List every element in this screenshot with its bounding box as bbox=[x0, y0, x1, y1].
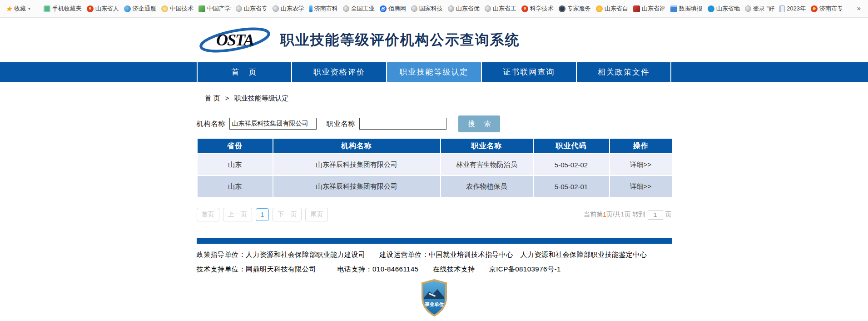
last-page-button[interactable]: 尾页 bbox=[305, 208, 328, 221]
bookmark-label: 科学技术 bbox=[530, 5, 554, 13]
org-name-label: 机构名称 bbox=[197, 120, 226, 128]
bookmark-label: 全国工业 bbox=[351, 5, 375, 13]
bookmark-item[interactable]: 山东省人 bbox=[87, 5, 119, 13]
bookmark-label: 山东农学 bbox=[281, 5, 304, 13]
nav-item-certificate[interactable]: 证书联网查询 bbox=[481, 62, 576, 82]
bookmark-item[interactable]: 中国产学 bbox=[198, 5, 231, 13]
table-header-row: 省份机构名称职业名称职业代码操作 bbox=[197, 138, 672, 154]
bookmark-item[interactable]: 专家服务 bbox=[559, 5, 591, 13]
prev-page-button[interactable]: 上一页 bbox=[223, 208, 252, 221]
badge-container: 事业单位 bbox=[197, 279, 672, 316]
goto-page-input[interactable] bbox=[648, 210, 663, 220]
emblem-red-icon bbox=[521, 5, 528, 12]
nav-item-qualification[interactable]: 职业资格评价 bbox=[291, 62, 386, 82]
bookmark-label: 中国技术 bbox=[170, 5, 193, 13]
globe-icon bbox=[411, 5, 417, 12]
bookmark-label: 济南市科 bbox=[314, 5, 338, 13]
bookmark-label: 中国产学 bbox=[207, 5, 231, 13]
bookmark-item[interactable]: 中国技术 bbox=[161, 5, 193, 13]
emblem-gold-icon bbox=[811, 5, 818, 12]
tower-blue-icon bbox=[309, 5, 312, 12]
breadcrumb: 首 页 > 职业技能等级认定 bbox=[205, 94, 672, 103]
results-table: 省份机构名称职业名称职业代码操作 山东山东祥辰科技集团有限公司林业有害生物防治员… bbox=[197, 138, 673, 198]
footer-line-1: 政策指导单位：人力资源和社会保障部职业能力建设司 建设运营单位：中国就业培训技术… bbox=[197, 251, 672, 259]
job-name-label: 职业名称 bbox=[327, 120, 356, 128]
bookmark-item[interactable]: 济南市专 bbox=[811, 5, 843, 13]
site-header: OSTA 职业技能等级评价机构公示查询系统 bbox=[0, 18, 868, 62]
bookmark-item[interactable]: 佰腾网 bbox=[380, 5, 406, 13]
breadcrumb-current: 职业技能等级认定 bbox=[234, 94, 289, 102]
notebook-icon bbox=[779, 5, 785, 12]
table-cell: 山东祥辰科技集团有限公司 bbox=[273, 154, 441, 176]
bookmark-item[interactable]: 山东省地 bbox=[708, 5, 740, 13]
column-header: 职业代码 bbox=[533, 138, 610, 154]
leaf-green-icon bbox=[198, 5, 205, 12]
divider bbox=[37, 5, 37, 13]
pagination-status: 当前第 1 页/共1页 转到 页 bbox=[584, 210, 671, 220]
breadcrumb-home-link[interactable]: 首 页 bbox=[205, 94, 220, 102]
org-name-input[interactable] bbox=[229, 118, 317, 130]
page-unit: 页 bbox=[665, 211, 672, 219]
next-page-button[interactable]: 下一页 bbox=[273, 208, 302, 221]
logo-text: OSTA bbox=[216, 31, 253, 49]
bookmark-label: 山东省工 bbox=[493, 5, 516, 13]
bookmark-label: 登录 "好 bbox=[753, 5, 774, 13]
nav-item-policy[interactable]: 相关政策文件 bbox=[576, 62, 672, 82]
bookmark-label: 专家服务 bbox=[567, 5, 591, 13]
bookmark-item[interactable]: 国家科技 bbox=[411, 5, 443, 13]
bookmark-label: 山东省优 bbox=[456, 5, 480, 13]
bookmark-item[interactable]: 山东省优 bbox=[448, 5, 480, 13]
column-header: 操作 bbox=[610, 138, 672, 154]
globe-icon bbox=[273, 5, 279, 12]
column-header: 省份 bbox=[197, 138, 273, 154]
bookmark-item[interactable]: 山东省专 bbox=[236, 5, 268, 13]
table-cell: 5-05-02-01 bbox=[533, 176, 610, 197]
detail-link[interactable]: 详细>> bbox=[610, 176, 672, 197]
bookmark-item[interactable]: 山东省自 bbox=[596, 5, 628, 13]
table-cell: 山东祥辰科技集团有限公司 bbox=[273, 176, 441, 197]
bookmark-item[interactable]: 登录 "好 bbox=[745, 5, 774, 13]
detail-link[interactable]: 详细>> bbox=[610, 154, 672, 176]
bookmark-item[interactable]: 山东省评 bbox=[633, 5, 665, 13]
sun-yellow-icon bbox=[596, 5, 603, 12]
circle-blue-icon bbox=[708, 5, 714, 12]
current-page-number: 1 bbox=[603, 211, 606, 218]
current-page-button[interactable]: 1 bbox=[256, 208, 269, 221]
bookmark-item[interactable]: 2023年 bbox=[779, 5, 806, 13]
main-navbar: 首 页职业资格评价职业技能等级认定证书联网查询相关政策文件 bbox=[0, 62, 868, 82]
bookmark-item[interactable]: 收藏▾ bbox=[5, 5, 30, 13]
b-blue-icon bbox=[380, 5, 387, 12]
table-cell: 5-05-02-02 bbox=[533, 154, 610, 176]
bookmarks-bar: 收藏▾手机收藏夹山东省人济企通服中国技术中国产学山东省专山东农学济南市科全国工业… bbox=[0, 0, 868, 18]
bookmark-item[interactable]: 全国工业 bbox=[343, 5, 375, 13]
nav-item-skill-level[interactable]: 职业技能等级认定 bbox=[386, 62, 481, 82]
globe-icon bbox=[448, 5, 454, 12]
bookmark-item[interactable]: 济南市科 bbox=[309, 5, 338, 13]
bookmark-item[interactable]: 手机收藏夹 bbox=[44, 5, 82, 13]
footer-line-2: 技术支持单位：网鼎明天科技有限公司 电话支持：010-84661145 在线技术… bbox=[197, 265, 672, 274]
bookmark-item[interactable]: 山东省工 bbox=[485, 5, 516, 13]
search-button[interactable]: 搜 索 bbox=[458, 115, 500, 132]
star-icon bbox=[5, 5, 12, 12]
bookmark-item[interactable]: 科学技术 bbox=[521, 5, 554, 13]
osta-logo: OSTA bbox=[197, 26, 273, 54]
column-header: 机构名称 bbox=[273, 138, 441, 154]
caret-down-icon: ▾ bbox=[28, 6, 30, 11]
page-title: 职业技能等级评价机构公示查询系统 bbox=[280, 30, 520, 50]
bookmark-item[interactable]: 山东农学 bbox=[273, 5, 304, 13]
bookmarks-overflow-icon[interactable]: » bbox=[857, 4, 861, 12]
table-cell: 林业有害生物防治员 bbox=[441, 154, 533, 176]
bookmark-item[interactable]: 济企通服 bbox=[124, 5, 156, 13]
bookmark-label: 佰腾网 bbox=[388, 5, 406, 13]
nav-item-home[interactable]: 首 页 bbox=[197, 62, 292, 82]
badge-label: 事业单位 bbox=[425, 301, 444, 307]
job-name-input[interactable] bbox=[359, 118, 446, 130]
first-page-button[interactable]: 首页 bbox=[197, 208, 219, 221]
diamond-red-icon bbox=[633, 5, 640, 12]
institution-badge[interactable]: 事业单位 bbox=[420, 279, 448, 316]
clipboard-blue-icon bbox=[670, 5, 677, 12]
bookmark-label: 山东省专 bbox=[244, 5, 268, 13]
bookmark-item[interactable]: 数据填报 bbox=[670, 5, 703, 13]
globe-icon bbox=[745, 5, 751, 12]
pagination: 首页 上一页 1 下一页 尾页 当前第 1 页/共1页 转到 页 bbox=[197, 208, 672, 221]
